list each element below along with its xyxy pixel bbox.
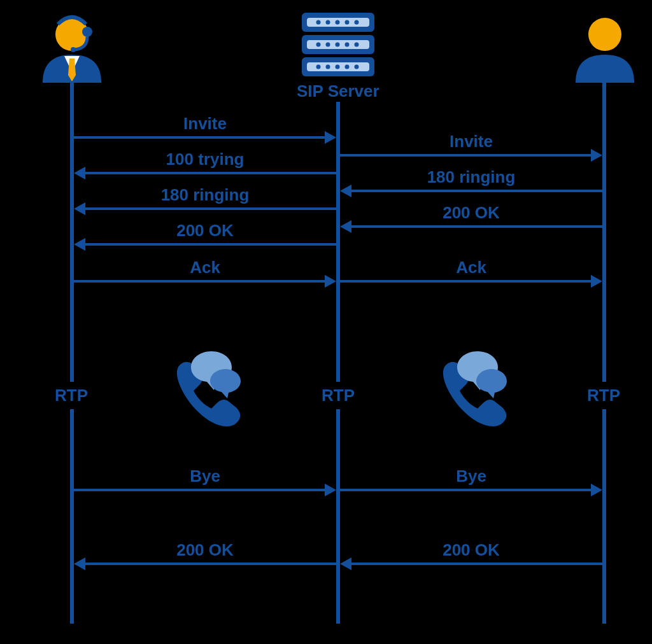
callee-icon bbox=[567, 13, 643, 85]
lifeline-server bbox=[336, 102, 340, 624]
svg-point-14 bbox=[316, 43, 321, 47]
svg-point-15 bbox=[326, 43, 330, 47]
lifeline-caller bbox=[70, 83, 74, 624]
svg-point-10 bbox=[326, 20, 330, 25]
caller-icon bbox=[34, 13, 110, 85]
svg-point-17 bbox=[345, 43, 350, 47]
svg-point-11 bbox=[336, 20, 340, 25]
svg-point-12 bbox=[345, 20, 350, 25]
svg-point-23 bbox=[355, 65, 359, 69]
server-label: SIP Server bbox=[297, 81, 379, 101]
svg-point-19 bbox=[316, 65, 321, 69]
call-media-icon bbox=[420, 344, 497, 414]
svg-point-13 bbox=[355, 20, 359, 25]
svg-point-22 bbox=[345, 65, 350, 69]
lifeline-callee bbox=[602, 83, 606, 624]
svg-point-21 bbox=[336, 65, 340, 69]
svg-point-2 bbox=[71, 47, 76, 52]
server-icon bbox=[299, 11, 377, 80]
svg-point-24 bbox=[588, 18, 621, 51]
rtp-label-server: RTP bbox=[322, 382, 355, 409]
call-media-icon bbox=[154, 344, 230, 414]
svg-point-16 bbox=[336, 43, 340, 47]
rtp-label-callee: RTP bbox=[587, 382, 620, 409]
rtp-label-caller: RTP bbox=[55, 382, 88, 409]
svg-point-1 bbox=[82, 27, 92, 37]
svg-point-9 bbox=[316, 20, 321, 25]
svg-point-20 bbox=[326, 65, 330, 69]
svg-point-18 bbox=[355, 43, 359, 47]
